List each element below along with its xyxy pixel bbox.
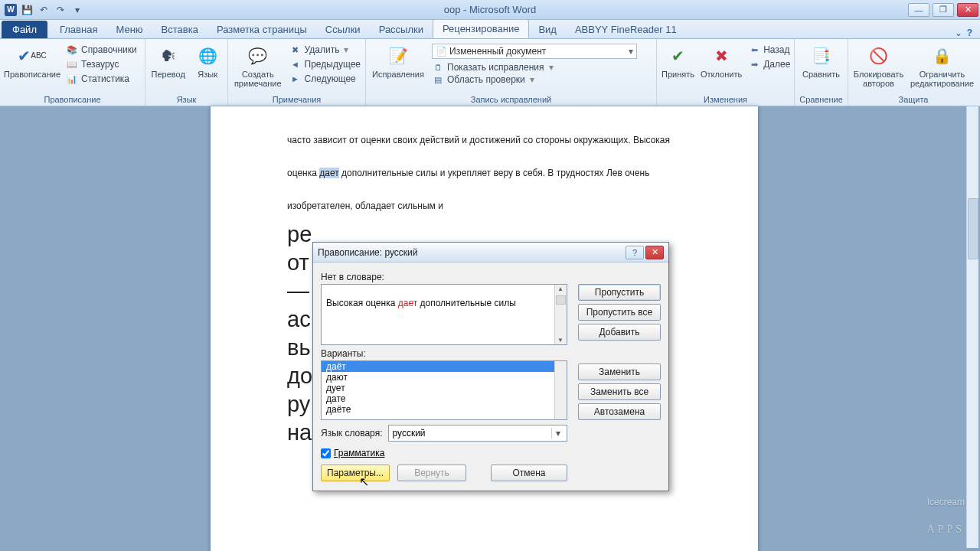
accept-button[interactable]: ✔Принять (662, 41, 694, 79)
ribbon: ✔ABC Правописание 📚Справочники 📖Тезаурус… (0, 39, 980, 106)
word-app-icon: W (5, 4, 17, 16)
tab-insert[interactable]: Вставка (152, 21, 207, 38)
accept-icon: ✔ (665, 44, 690, 68)
stats-icon: 📊 (66, 73, 78, 85)
research-button[interactable]: 📚Справочники (66, 44, 137, 56)
sentence-textbox[interactable]: Высокая оценка дает дополнительные силы (321, 284, 567, 345)
suggestions-label: Варианты: (321, 348, 567, 359)
reviewing-pane-button[interactable]: ▤Область проверки▾ (432, 73, 637, 86)
minimize-button[interactable]: — (908, 3, 929, 17)
textbox-scrollbar[interactable] (554, 285, 567, 344)
chevron-down-icon: ▾ (551, 428, 564, 439)
list-item[interactable]: дают (322, 372, 567, 383)
tab-view[interactable]: Вид (529, 21, 566, 38)
delete-icon: ✖ (289, 44, 302, 56)
options-button[interactable]: Параметры... (321, 465, 390, 481)
vertical-scrollbar[interactable] (966, 106, 978, 548)
next-change-button[interactable]: ➡Далее (748, 58, 790, 70)
delete-comment-button[interactable]: ✖Удалить▾ (289, 44, 361, 56)
change-button[interactable]: Заменить (578, 364, 661, 380)
add-to-dictionary-button[interactable]: Добавить (578, 324, 661, 341)
spelling-dialog: Правописание: русский ? ✕ Нет в словаре:… (312, 242, 669, 491)
redo-icon[interactable]: ↷ (54, 3, 67, 17)
error-word: дает (398, 298, 417, 308)
track-changes-button[interactable]: 📝Исправления (371, 41, 426, 79)
back-icon: ⬅ (748, 44, 760, 56)
dialog-close-button[interactable]: ✕ (645, 246, 664, 259)
prev-comment-button[interactable]: ◄Предыдущее (289, 58, 361, 70)
compare-button[interactable]: 📑Сравнить (799, 41, 843, 79)
ribbon-minimize-icon[interactable]: ⌄ (955, 28, 962, 38)
close-button[interactable]: ✕ (957, 3, 978, 17)
save-icon[interactable]: 💾 (20, 3, 34, 17)
not-in-dictionary-label: Нет в словаре: (321, 272, 567, 282)
display-for-review-dropdown[interactable]: 📄 Измененный документ▾ (432, 44, 637, 59)
tab-file[interactable]: Файл (2, 21, 47, 38)
next-icon: ► (289, 73, 302, 85)
change-all-button[interactable]: Заменить все (578, 383, 661, 400)
track-icon: 📝 (386, 44, 410, 68)
group-protect-label: Защита (853, 93, 974, 106)
restrict-editing-button[interactable]: 🔒Ограничить редактирование (910, 41, 974, 88)
thesaurus-icon: 📖 (66, 58, 78, 70)
grammar-checkbox-input[interactable] (321, 448, 331, 458)
highlighted-word: дает (319, 168, 338, 178)
next-comment-button[interactable]: ►Следующее (289, 73, 361, 85)
comment-icon: 💬 (246, 44, 270, 68)
dict-language-select[interactable]: русский▾ (388, 425, 567, 442)
tab-finereader[interactable]: ABBYY FineReader 11 (566, 21, 686, 38)
translate-button[interactable]: 🗣Перевод (150, 41, 186, 79)
pane-icon: ▤ (432, 73, 444, 86)
spelling-button[interactable]: ✔ABC Правописание (5, 41, 60, 79)
tab-mailings[interactable]: Рассылки (370, 21, 433, 38)
quick-access-toolbar: W 💾 ↶ ↷ ▾ (0, 3, 89, 17)
listbox-scrollbar[interactable] (554, 361, 567, 419)
list-item[interactable]: даёт (322, 361, 567, 372)
tab-menu[interactable]: Меню (106, 21, 152, 38)
help-icon[interactable]: ? (967, 28, 972, 38)
dialog-help-button[interactable]: ? (626, 246, 644, 259)
group-tracking-label: Запись исправлений (371, 93, 652, 106)
dict-language-label: Язык словаря: (321, 428, 382, 439)
qat-customize-icon[interactable]: ▾ (70, 3, 84, 17)
undo-icon[interactable]: ↶ (37, 3, 51, 17)
block-authors-button[interactable]: 🚫Блокировать авторов (853, 41, 904, 88)
document-text: часто зависит от оценки своих действий и… (287, 122, 681, 220)
tab-review[interactable]: Рецензирование (433, 19, 529, 38)
reject-icon: ✖ (709, 44, 733, 68)
tab-page-layout[interactable]: Разметка страницы (207, 21, 316, 38)
window-title: оор - Microsoft Word (444, 4, 536, 15)
thesaurus-button[interactable]: 📖Тезаурус (66, 58, 137, 70)
dialog-titlebar[interactable]: Правописание: русский ? ✕ (313, 243, 668, 262)
ribbon-tabs: Файл Главная Меню Вставка Разметка стран… (0, 20, 980, 39)
group-changes-label: Изменения (662, 93, 789, 106)
show-markup-button[interactable]: 🗒Показать исправления▾ (432, 61, 637, 73)
ignore-all-button[interactable]: Пропустить все (578, 304, 661, 321)
dialog-title-text: Правописание: русский (318, 247, 418, 258)
maximize-button[interactable]: ❐ (933, 3, 954, 17)
word-count-button[interactable]: 📊Статистика (66, 73, 137, 85)
scrollbar-thumb[interactable] (968, 198, 978, 259)
previous-change-button[interactable]: ⬅Назад (748, 44, 790, 56)
cancel-button[interactable]: Отмена (491, 465, 567, 481)
ignore-button[interactable]: Пропустить (578, 284, 661, 301)
list-item[interactable]: даёте (322, 404, 567, 415)
group-proofing-label: Правописание (5, 93, 140, 106)
autocorrect-button[interactable]: Автозамена (578, 403, 661, 420)
new-comment-button[interactable]: 💬Создать примечание (233, 41, 283, 88)
list-item[interactable]: дате (322, 393, 567, 404)
group-compare-label: Сравнение (799, 93, 843, 106)
reject-button[interactable]: ✖Отклонить (701, 41, 742, 79)
block-icon: 🚫 (866, 44, 890, 68)
compare-icon: 📑 (809, 44, 834, 68)
doc-icon: 📄 (436, 46, 447, 57)
suggestions-listbox[interactable]: даёт дают дует дате даёте (321, 360, 567, 420)
spellcheck-icon: ✔ABC (20, 44, 44, 68)
globe-icon: 🌐 (195, 44, 220, 68)
list-item[interactable]: дует (322, 383, 567, 393)
language-button[interactable]: 🌐Язык (192, 41, 223, 79)
tab-references[interactable]: Ссылки (316, 21, 370, 38)
title-bar: W 💾 ↶ ↷ ▾ оор - Microsoft Word — ❐ ✕ (0, 0, 980, 20)
grammar-checkbox[interactable]: Грамматика (321, 448, 567, 458)
tab-home[interactable]: Главная (51, 21, 106, 38)
